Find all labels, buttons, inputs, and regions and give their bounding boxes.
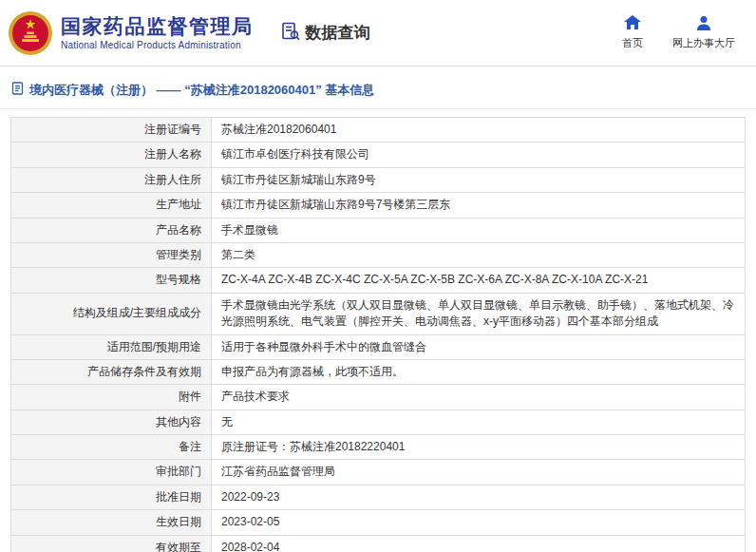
table-row: 管理类别第二类 [11, 242, 746, 267]
row-label: 产品储存条件及有效期 [11, 359, 212, 384]
data-query-icon [280, 21, 301, 46]
row-value: 2022-09-23 [212, 485, 746, 509]
table-row: 产品名称手术显微镜 [11, 218, 746, 242]
row-label: 结构及组成/主要组成成分 [11, 293, 212, 334]
nav-home-label: 首页 [622, 36, 643, 50]
table-row: 生产地址镇江市丹徒区新城瑞山东路9号7号楼第三层东 [11, 193, 746, 218]
row-label: 批准日期 [11, 485, 212, 509]
table-row: 备注原注册证号：苏械注准20182220401 [11, 435, 746, 460]
row-label: 附件 [11, 385, 212, 409]
agency-name-cn: 国家药品监督管理局 [61, 15, 254, 37]
data-query-label: 数据查询 [306, 22, 370, 44]
row-value: 产品技术要求 [212, 385, 746, 409]
table-row: 注册人名称镇江市卓创医疗科技有限公司 [11, 143, 746, 167]
table-row: 结构及组成/主要组成成分手术显微镜由光学系统（双人双目显微镜、单人双目显微镜、单… [11, 293, 746, 334]
row-value: 无 [212, 409, 746, 434]
row-label: 生效日期 [11, 510, 212, 535]
nav-service-hall-label: 网上办事大厅 [672, 36, 735, 50]
row-value: 镇江市丹徒区新城瑞山东路9号 [212, 167, 746, 192]
row-label: 型号规格 [11, 268, 212, 293]
registration-info-table: 注册证编号苏械注准20182060401注册人名称镇江市卓创医疗科技有限公司注册… [10, 117, 746, 552]
section-title-bar: 境内医疗器械（注册） —— “苏械注准20182060401” 基本信息 [0, 67, 756, 109]
row-value: ZC-X-4A ZC-X-4B ZC-X-4C ZC-X-5A ZC-X-5B … [212, 268, 746, 293]
agency-name-en: National Medical Products Administration [61, 40, 254, 50]
row-label: 备注 [11, 435, 212, 460]
info-table-body: 注册证编号苏械注准20182060401注册人名称镇江市卓创医疗科技有限公司注册… [11, 118, 746, 552]
row-label: 适用范围/预期用途 [11, 334, 212, 359]
table-row: 生效日期2023-02-05 [11, 510, 746, 535]
table-row: 审批部门江苏省药品监督管理局 [11, 460, 746, 485]
row-label: 产品名称 [11, 218, 212, 242]
table-row: 注册证编号苏械注准20182060401 [11, 118, 746, 143]
agency-brand: 国家药品监督管理局 National Medical Products Admi… [61, 15, 254, 50]
row-label: 有效期至 [11, 535, 212, 552]
nav-home[interactable]: 首页 [617, 15, 648, 50]
nav-service-hall[interactable]: 网上办事大厅 [672, 15, 735, 50]
row-label: 注册人名称 [11, 143, 212, 167]
table-row: 有效期至2028-02-04 [11, 535, 746, 552]
row-value: 申报产品为有源器械，此项不适用。 [212, 359, 746, 384]
header: 国家药品监督管理局 National Medical Products Admi… [0, 0, 756, 67]
row-label: 生产地址 [11, 193, 212, 218]
user-icon [696, 15, 711, 36]
row-value: 手术显微镜由光学系统（双人双目显微镜、单人双目显微镜、单目示教镜、助手镜）、落地… [212, 293, 746, 334]
table-row: 型号规格ZC-X-4A ZC-X-4B ZC-X-4C ZC-X-5A ZC-X… [11, 268, 746, 293]
row-value: 适用于各种显微外科手术中的微血管缝合 [212, 334, 746, 359]
table-row: 产品储存条件及有效期申报产品为有源器械，此项不适用。 [11, 359, 746, 384]
row-value: 2023-02-05 [212, 510, 746, 535]
home-icon [624, 15, 641, 36]
row-label: 注册人住所 [11, 167, 212, 192]
row-value: 原注册证号：苏械注准20182220401 [212, 435, 746, 460]
table-row: 适用范围/预期用途适用于各种显微外科手术中的微血管缝合 [11, 334, 746, 359]
row-value: 镇江市丹徒区新城瑞山东路9号7号楼第三层东 [212, 193, 746, 218]
registration-info-table-wrap: 注册证编号苏械注准20182060401注册人名称镇江市卓创医疗科技有限公司注册… [0, 109, 756, 552]
row-value: 江苏省药品监督管理局 [212, 460, 746, 485]
row-value: 苏械注准20182060401 [212, 118, 746, 143]
row-label: 其他内容 [11, 409, 212, 434]
header-nav: 首页 网上办事大厅 [617, 15, 743, 50]
row-label: 管理类别 [11, 242, 212, 267]
table-row: 批准日期2022-09-23 [11, 485, 746, 509]
page-title: 境内医疗器械（注册） —— “苏械注准20182060401” 基本信息 [29, 82, 374, 99]
row-value: 第二类 [212, 242, 746, 267]
row-label: 审批部门 [11, 460, 212, 485]
data-query-tab[interactable]: 数据查询 [280, 21, 370, 46]
row-value: 手术显微镜 [212, 218, 746, 242]
document-icon [11, 82, 24, 99]
table-row: 注册人住所镇江市丹徒区新城瑞山东路9号 [11, 167, 746, 192]
row-label: 注册证编号 [11, 118, 212, 143]
row-value: 2028-02-04 [212, 535, 746, 552]
table-row: 其他内容无 [11, 409, 746, 434]
table-row: 附件产品技术要求 [11, 385, 746, 409]
national-emblem-logo [8, 10, 53, 56]
row-value: 镇江市卓创医疗科技有限公司 [212, 143, 746, 167]
